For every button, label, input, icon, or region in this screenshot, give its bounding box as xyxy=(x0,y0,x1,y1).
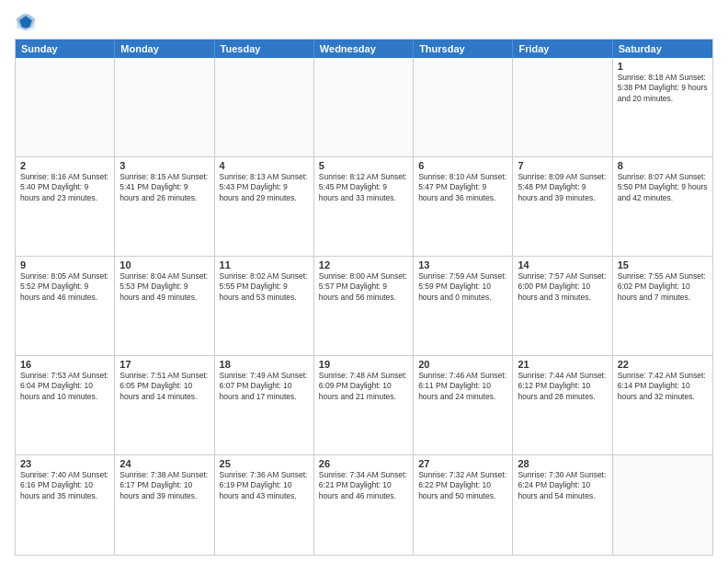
calendar-cell xyxy=(314,58,414,156)
day-number: 25 xyxy=(220,458,309,469)
cell-details: Sunrise: 8:13 AM Sunset: 5:43 PM Dayligh… xyxy=(220,172,309,203)
cell-details: Sunrise: 7:55 AM Sunset: 6:02 PM Dayligh… xyxy=(618,271,708,303)
cell-details: Sunrise: 7:49 AM Sunset: 6:07 PM Dayligh… xyxy=(220,371,309,402)
day-number: 9 xyxy=(20,259,109,270)
calendar-row-0: 1Sunrise: 8:18 AM Sunset: 5:38 PM Daylig… xyxy=(16,58,712,157)
day-number: 1 xyxy=(618,61,708,72)
cell-details: Sunrise: 8:04 AM Sunset: 5:53 PM Dayligh… xyxy=(119,271,209,303)
calendar-row-1: 2Sunrise: 8:16 AM Sunset: 5:40 PM Daylig… xyxy=(16,157,712,257)
calendar-cell: 20Sunrise: 7:46 AM Sunset: 6:11 PM Dayli… xyxy=(414,356,513,454)
day-number: 7 xyxy=(518,160,607,171)
calendar-cell: 24Sunrise: 7:38 AM Sunset: 6:17 PM Dayli… xyxy=(115,455,214,555)
cell-details: Sunrise: 7:36 AM Sunset: 6:19 PM Dayligh… xyxy=(220,470,309,501)
cell-details: Sunrise: 7:44 AM Sunset: 6:12 PM Dayligh… xyxy=(518,371,607,402)
calendar-row-2: 9Sunrise: 8:05 AM Sunset: 5:52 PM Daylig… xyxy=(16,257,712,356)
calendar-header-saturday: Saturday xyxy=(613,40,712,58)
day-number: 8 xyxy=(618,160,708,171)
page-header xyxy=(15,11,713,33)
calendar-header-monday: Monday xyxy=(115,40,214,58)
calendar-cell: 5Sunrise: 8:12 AM Sunset: 5:45 PM Daylig… xyxy=(314,157,414,256)
cell-details: Sunrise: 7:53 AM Sunset: 6:04 PM Dayligh… xyxy=(20,371,109,402)
calendar-header-sunday: Sunday xyxy=(16,40,115,58)
cell-details: Sunrise: 7:46 AM Sunset: 6:11 PM Dayligh… xyxy=(418,371,507,402)
day-number: 22 xyxy=(618,359,708,370)
cell-details: Sunrise: 8:18 AM Sunset: 5:38 PM Dayligh… xyxy=(618,73,708,104)
cell-details: Sunrise: 8:00 AM Sunset: 5:57 PM Dayligh… xyxy=(319,271,408,303)
cell-details: Sunrise: 7:57 AM Sunset: 6:00 PM Dayligh… xyxy=(518,271,607,303)
cell-details: Sunrise: 8:12 AM Sunset: 5:45 PM Dayligh… xyxy=(319,172,408,203)
day-number: 10 xyxy=(119,259,209,270)
cell-details: Sunrise: 7:51 AM Sunset: 6:05 PM Dayligh… xyxy=(119,371,209,402)
calendar-cell: 9Sunrise: 8:05 AM Sunset: 5:52 PM Daylig… xyxy=(16,257,115,355)
calendar-cell: 1Sunrise: 8:18 AM Sunset: 5:38 PM Daylig… xyxy=(613,58,712,156)
calendar-cell xyxy=(613,455,712,555)
calendar-cell: 28Sunrise: 7:30 AM Sunset: 6:24 PM Dayli… xyxy=(513,455,612,555)
calendar-cell: 27Sunrise: 7:32 AM Sunset: 6:22 PM Dayli… xyxy=(414,455,513,555)
logo xyxy=(15,11,40,33)
calendar-cell: 17Sunrise: 7:51 AM Sunset: 6:05 PM Dayli… xyxy=(115,356,214,454)
calendar-cell xyxy=(16,58,115,156)
cell-details: Sunrise: 8:07 AM Sunset: 5:50 PM Dayligh… xyxy=(618,172,708,203)
calendar-cell: 25Sunrise: 7:36 AM Sunset: 6:19 PM Dayli… xyxy=(215,455,314,555)
calendar-cell: 10Sunrise: 8:04 AM Sunset: 5:53 PM Dayli… xyxy=(115,257,214,355)
cell-details: Sunrise: 7:32 AM Sunset: 6:22 PM Dayligh… xyxy=(418,470,507,501)
day-number: 2 xyxy=(20,160,109,171)
day-number: 20 xyxy=(418,359,507,370)
day-number: 21 xyxy=(518,359,607,370)
calendar: SundayMondayTuesdayWednesdayThursdayFrid… xyxy=(15,39,713,556)
calendar-cell xyxy=(513,58,612,156)
day-number: 15 xyxy=(618,259,708,270)
cell-details: Sunrise: 8:15 AM Sunset: 5:41 PM Dayligh… xyxy=(119,172,209,203)
day-number: 4 xyxy=(220,160,309,171)
day-number: 5 xyxy=(319,160,408,171)
calendar-cell xyxy=(215,58,314,156)
calendar-cell: 21Sunrise: 7:44 AM Sunset: 6:12 PM Dayli… xyxy=(513,356,612,454)
calendar-cell: 3Sunrise: 8:15 AM Sunset: 5:41 PM Daylig… xyxy=(115,157,214,256)
day-number: 12 xyxy=(319,259,408,270)
day-number: 16 xyxy=(20,359,109,370)
calendar-cell: 15Sunrise: 7:55 AM Sunset: 6:02 PM Dayli… xyxy=(613,257,712,355)
day-number: 18 xyxy=(220,359,309,370)
calendar-header-friday: Friday xyxy=(513,40,612,58)
calendar-cell: 4Sunrise: 8:13 AM Sunset: 5:43 PM Daylig… xyxy=(215,157,314,256)
calendar-cell: 13Sunrise: 7:59 AM Sunset: 5:59 PM Dayli… xyxy=(414,257,513,355)
logo-icon xyxy=(15,11,37,33)
calendar-cell: 23Sunrise: 7:40 AM Sunset: 6:16 PM Dayli… xyxy=(16,455,115,555)
cell-details: Sunrise: 7:40 AM Sunset: 6:16 PM Dayligh… xyxy=(20,470,109,501)
calendar-cell: 18Sunrise: 7:49 AM Sunset: 6:07 PM Dayli… xyxy=(215,356,314,454)
calendar-cell: 2Sunrise: 8:16 AM Sunset: 5:40 PM Daylig… xyxy=(16,157,115,256)
calendar-cell: 22Sunrise: 7:42 AM Sunset: 6:14 PM Dayli… xyxy=(613,356,712,454)
calendar-cell xyxy=(115,58,214,156)
calendar-cell: 14Sunrise: 7:57 AM Sunset: 6:00 PM Dayli… xyxy=(513,257,612,355)
calendar-header-thursday: Thursday xyxy=(414,40,513,58)
calendar-cell: 8Sunrise: 8:07 AM Sunset: 5:50 PM Daylig… xyxy=(613,157,712,256)
day-number: 23 xyxy=(20,458,109,469)
calendar-header-wednesday: Wednesday xyxy=(314,40,414,58)
calendar-header: SundayMondayTuesdayWednesdayThursdayFrid… xyxy=(16,40,712,58)
cell-details: Sunrise: 7:38 AM Sunset: 6:17 PM Dayligh… xyxy=(119,470,209,501)
day-number: 3 xyxy=(119,160,209,171)
day-number: 27 xyxy=(418,458,507,469)
day-number: 6 xyxy=(418,160,507,171)
day-number: 24 xyxy=(119,458,209,469)
cell-details: Sunrise: 8:10 AM Sunset: 5:47 PM Dayligh… xyxy=(418,172,507,203)
day-number: 14 xyxy=(518,259,607,270)
calendar-cell xyxy=(414,58,513,156)
cell-details: Sunrise: 8:16 AM Sunset: 5:40 PM Dayligh… xyxy=(20,172,109,203)
cell-details: Sunrise: 7:42 AM Sunset: 6:14 PM Dayligh… xyxy=(618,371,708,402)
calendar-cell: 26Sunrise: 7:34 AM Sunset: 6:21 PM Dayli… xyxy=(314,455,414,555)
cell-details: Sunrise: 8:02 AM Sunset: 5:55 PM Dayligh… xyxy=(220,271,309,303)
calendar-cell: 6Sunrise: 8:10 AM Sunset: 5:47 PM Daylig… xyxy=(414,157,513,256)
calendar-body: 1Sunrise: 8:18 AM Sunset: 5:38 PM Daylig… xyxy=(16,58,712,555)
calendar-cell: 19Sunrise: 7:48 AM Sunset: 6:09 PM Dayli… xyxy=(314,356,414,454)
day-number: 28 xyxy=(518,458,607,469)
calendar-cell: 16Sunrise: 7:53 AM Sunset: 6:04 PM Dayli… xyxy=(16,356,115,454)
calendar-header-tuesday: Tuesday xyxy=(215,40,314,58)
day-number: 19 xyxy=(319,359,408,370)
day-number: 17 xyxy=(119,359,209,370)
calendar-row-3: 16Sunrise: 7:53 AM Sunset: 6:04 PM Dayli… xyxy=(16,356,712,455)
calendar-cell: 7Sunrise: 8:09 AM Sunset: 5:48 PM Daylig… xyxy=(513,157,612,256)
cell-details: Sunrise: 7:48 AM Sunset: 6:09 PM Dayligh… xyxy=(319,371,408,402)
cell-details: Sunrise: 7:30 AM Sunset: 6:24 PM Dayligh… xyxy=(518,470,607,501)
day-number: 26 xyxy=(319,458,408,469)
